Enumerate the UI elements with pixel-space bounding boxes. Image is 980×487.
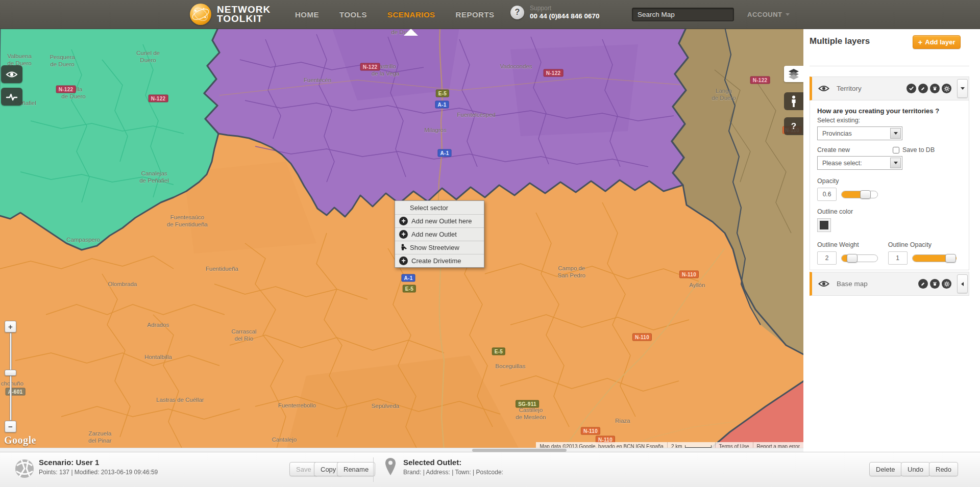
edit-icon[interactable]	[918, 84, 928, 93]
map-help-button[interactable]: ?	[784, 117, 803, 135]
streetview-pegman-button[interactable]	[784, 92, 803, 110]
undo-button[interactable]: Undo	[901, 462, 930, 476]
eye-icon[interactable]	[818, 85, 829, 92]
sidebar-title: Multiple layers	[810, 36, 870, 46]
opacity-input[interactable]	[817, 188, 837, 201]
redo-button[interactable]: Redo	[929, 462, 958, 476]
edit-icon[interactable]	[918, 279, 928, 289]
settings-icon[interactable]	[942, 84, 951, 93]
outline-opacity-slider[interactable]	[912, 254, 956, 262]
road-badge-n-122: N-122	[149, 95, 168, 102]
map-town-label: Cantalejo	[272, 437, 297, 444]
road-badge-n-122: N-122	[750, 76, 770, 84]
chevron-down-icon	[894, 132, 898, 135]
toggle-visibility-button[interactable]	[1, 65, 22, 83]
nav-item-home[interactable]: HOME	[295, 10, 319, 19]
plus-circle-icon: +	[399, 257, 408, 265]
search-map-input[interactable]	[632, 8, 734, 21]
chevron-down-icon	[894, 162, 898, 164]
road-badge-e-5: E-5	[403, 285, 416, 293]
select-existing-label: Select existing:	[817, 117, 962, 124]
opacity-slider-handle[interactable]	[860, 190, 871, 199]
rename-button[interactable]: Rename	[337, 462, 375, 476]
dropdown-button[interactable]	[890, 128, 901, 139]
save-to-db-checkbox[interactable]	[893, 147, 899, 153]
map-town-label: Fuenterrebollo	[278, 402, 316, 409]
map-context-menu: Select sector+Add new Outlet here+Add ne…	[395, 200, 484, 268]
plus-circle-icon: +	[399, 230, 408, 239]
plus-icon: +	[918, 39, 922, 45]
road-badge-a-1: A-1	[435, 101, 449, 109]
collapse-territory-button[interactable]	[957, 79, 968, 98]
outline-opacity-slider-handle[interactable]	[945, 254, 956, 263]
nav-item-reports[interactable]: REPORTS	[456, 10, 495, 19]
active-tab-pointer	[404, 29, 418, 36]
delete-icon[interactable]	[930, 279, 940, 289]
map-town-label: Zarzueladel Pinar	[88, 430, 111, 444]
analytics-button[interactable]	[1, 88, 22, 106]
map-town-label: Adrados	[148, 322, 169, 329]
outline-weight-slider-handle[interactable]	[847, 254, 857, 263]
context-menu-item-add-new-outlet[interactable]: +Add new Outlet	[395, 227, 484, 241]
outline-opacity-input[interactable]	[888, 251, 908, 265]
select-existing-dropdown[interactable]: Provincias	[817, 126, 902, 140]
dropdown-button[interactable]	[890, 158, 901, 168]
context-menu-item-add-new-outlet-here[interactable]: +Add new Outlet here	[395, 214, 484, 227]
nav-item-tools[interactable]: TOOLS	[339, 10, 367, 19]
menu-item-label: Add new Outlet	[411, 230, 457, 238]
territory-panel: How are you creating your territories ? …	[810, 100, 969, 270]
outline-color-swatch[interactable]	[817, 218, 831, 232]
outlet-pin-icon	[385, 457, 396, 478]
color-swatch-value	[820, 221, 828, 229]
divider	[810, 66, 969, 66]
map-canvas[interactable]: de DueroValbuenade DueroPesquerade Duero…	[0, 29, 803, 452]
road-badge-sg-911: SG-911	[516, 400, 539, 408]
map-town-label: Langade Duero	[712, 88, 736, 101]
zoom-slider-track[interactable]	[10, 332, 12, 421]
map-town-label: Hontalbilla	[144, 354, 172, 361]
google-logo: Google	[4, 434, 36, 446]
zoom-in-button[interactable]: +	[5, 321, 16, 332]
context-menu-item-show-streetview[interactable]: Show Streetview	[395, 241, 484, 254]
layer-row-territory[interactable]: Territory	[810, 76, 969, 100]
zoom-out-button[interactable]: −	[5, 421, 16, 432]
menu-item-label: Show Streetview	[410, 244, 459, 251]
save-to-db-label: Save to DB	[902, 146, 935, 153]
road-badge-n-122: N-122	[56, 86, 76, 93]
create-new-dropdown[interactable]: Please select:	[817, 156, 902, 170]
expand-basemap-button[interactable]	[957, 274, 968, 293]
map-town-label: Campaspero	[66, 237, 100, 244]
account-menu[interactable]: ACCOUNT	[747, 11, 790, 18]
support-label: Support	[530, 5, 600, 12]
confirm-icon[interactable]	[906, 84, 916, 93]
nav-item-scenarios[interactable]: SCENARIOS	[387, 10, 435, 19]
road-badge-n-110: N-110	[581, 427, 600, 435]
account-label: ACCOUNT	[747, 11, 782, 18]
map-town-label: Fuentelcésped	[457, 112, 495, 119]
layers-button[interactable]	[784, 66, 803, 82]
opacity-slider[interactable]	[841, 191, 878, 198]
road-badge-n-110: N-110	[679, 271, 699, 278]
delete-button[interactable]: Delete	[869, 462, 902, 476]
map-town-label: Ayllón	[689, 282, 705, 289]
layers-sidebar: Multiple layers + Add layer Territory	[803, 29, 980, 452]
context-menu-item-select-sector[interactable]: Select sector	[395, 201, 484, 214]
settings-icon[interactable]	[942, 279, 951, 289]
pegman-icon	[398, 244, 410, 251]
layer-row-basemap[interactable]: Base map	[810, 272, 969, 296]
context-menu-item-create-drivetime[interactable]: +Create Drivetime	[395, 254, 484, 267]
map-town-label: Boceguillas	[496, 363, 526, 370]
delete-icon[interactable]	[930, 84, 940, 93]
help-icon[interactable]: ?	[510, 6, 524, 19]
road-badge-a-1: A-1	[437, 149, 451, 157]
pulse-icon	[6, 92, 18, 101]
outline-weight-slider[interactable]	[841, 254, 878, 262]
zoom-slider-handle[interactable]	[5, 370, 16, 376]
road-badge-e-5: E-5	[492, 348, 505, 355]
scenario-title: Scenario: User 1	[39, 458, 158, 467]
outline-weight-input[interactable]	[817, 251, 837, 265]
add-layer-button[interactable]: + Add layer	[913, 35, 961, 49]
chevron-down-icon	[961, 87, 965, 90]
eye-icon[interactable]	[818, 280, 829, 288]
logo-globe-icon	[190, 4, 211, 25]
